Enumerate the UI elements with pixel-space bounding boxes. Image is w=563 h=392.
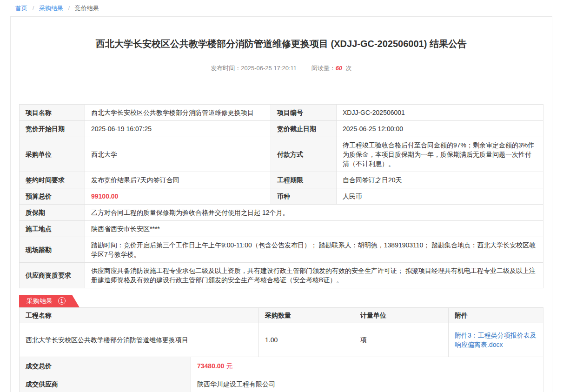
info-label: 质保期 bbox=[20, 205, 85, 221]
info-value: 踏勘时间：竞价开启后第三个工作日上午上午9:00-11:00（包含公告发布日）；… bbox=[85, 237, 543, 263]
info-value: 陕西省西安市长安区**** bbox=[85, 221, 543, 237]
info-label: 预算总价 bbox=[20, 188, 85, 205]
result-quantity: 1.00 bbox=[259, 323, 354, 357]
view-count-number: 60 bbox=[336, 65, 342, 72]
breadcrumb-separator: / bbox=[33, 5, 34, 12]
info-value: 西北大学长安校区公共教学楼部分消防管道维修更换项目 bbox=[85, 105, 271, 121]
info-table-row: 采购单位西北大学付款方式待工程竣工验收合格后付至合同金额的97%；剩余审定金额的… bbox=[20, 137, 543, 172]
info-label: 竞价截止日期 bbox=[271, 121, 337, 137]
info-value: 发布竞价结果后7天内签订合同 bbox=[85, 172, 271, 188]
procurement-result-badge: 采购结果 1 bbox=[19, 295, 79, 307]
deal-summary-table: 成交总价73480.00元成交供应商陕西华川建设工程有限公司 bbox=[19, 357, 543, 392]
info-value: 自合同签订之日20天 bbox=[337, 172, 543, 188]
result-table-body: 西北大学长安校区公共教学楼部分消防管道维修更换项目1.00项附件3：工程类分项报… bbox=[20, 323, 543, 357]
info-label: 付款方式 bbox=[271, 137, 337, 172]
info-label: 工程期限 bbox=[271, 172, 337, 188]
breadcrumb-home-link[interactable]: 首页 bbox=[15, 5, 27, 12]
info-table-row: 预算总价99100.00币种人民币 bbox=[20, 188, 543, 205]
info-table-row: 现场踏勘踏勘时间：竞价开启后第三个工作日上午上午9:00-11:00（包含公告发… bbox=[20, 237, 543, 263]
badge-count-icon: 1 bbox=[58, 297, 66, 305]
info-label: 供应商资质要求 bbox=[20, 263, 85, 288]
info-label: 签约时间要求 bbox=[20, 172, 85, 188]
view-count: 阅读量：60 次 bbox=[311, 65, 352, 72]
info-table-body: 项目名称西北大学长安校区公共教学楼部分消防管道维修更换项目项目编号XDJJ-GC… bbox=[20, 105, 543, 288]
info-value: 供应商应具备消防设施工程专业承包二级及以上资质，具有建设行政主管部门颁发的有效的… bbox=[85, 263, 543, 288]
result-column-header: 计量单位 bbox=[354, 308, 449, 323]
badge-label: 采购结果 bbox=[26, 295, 53, 307]
result-header-row: 工程名称采购数量计量单位附件 bbox=[20, 308, 543, 323]
info-value: 乙方对合同工程的质量保修期为验收合格并交付使用之日起 12个月。 bbox=[85, 205, 543, 221]
info-table-row: 签约时间要求发布竞价结果后7天内签订合同工程期限自合同签订之日20天 bbox=[20, 172, 543, 188]
result-unit: 项 bbox=[354, 323, 449, 357]
info-label: 施工地点 bbox=[20, 221, 85, 237]
info-label: 现场踏勘 bbox=[20, 237, 85, 263]
breadcrumb-procurement-results-link[interactable]: 采购结果 bbox=[39, 5, 63, 12]
info-label: 项目编号 bbox=[271, 105, 337, 121]
result-column-header: 工程名称 bbox=[20, 308, 259, 323]
info-table-row: 质保期乙方对合同工程的质量保修期为验收合格并交付使用之日起 12个月。 bbox=[20, 205, 543, 221]
summary-value: 73480.00元 bbox=[191, 357, 543, 375]
info-label: 币种 bbox=[271, 188, 337, 205]
publish-meta: 发布时间：2025-06-25 17:20:11 阅读量：60 次 bbox=[19, 64, 543, 73]
info-table-row: 项目名称西北大学长安校区公共教学楼部分消防管道维修更换项目项目编号XDJJ-GC… bbox=[20, 105, 543, 121]
summary-label: 成交总价 bbox=[20, 357, 191, 375]
info-value: 人民币 bbox=[337, 188, 543, 205]
breadcrumb-separator: / bbox=[68, 5, 70, 12]
info-label: 采购单位 bbox=[20, 137, 85, 172]
result-column-header: 采购数量 bbox=[259, 308, 354, 323]
info-value: 99100.00 bbox=[85, 188, 271, 205]
breadcrumb-current: 竞价结果 bbox=[75, 5, 99, 12]
publish-time: 发布时间：2025-06-25 17:20:11 bbox=[211, 65, 297, 72]
summary-row: 成交总价73480.00元 bbox=[20, 357, 543, 375]
info-value: XDJJ-GC-202506001 bbox=[337, 105, 543, 121]
summary-value: 陕西华川建设工程有限公司 bbox=[191, 375, 543, 392]
result-column-header: 附件 bbox=[449, 308, 543, 323]
summary-row: 成交供应商陕西华川建设工程有限公司 bbox=[20, 375, 543, 392]
page-title: 西北大学长安校区公共教学楼部分消防管道维修更换项目 (XDJJ-GC-20250… bbox=[19, 38, 543, 50]
result-table-row: 西北大学长安校区公共教学楼部分消防管道维修更换项目1.00项附件3：工程类分项报… bbox=[20, 323, 543, 357]
info-table-row: 施工地点陕西省西安市长安区**** bbox=[20, 221, 543, 237]
breadcrumb: 首页 / 采购结果 / 竞价结果 bbox=[0, 0, 563, 16]
info-value: 西北大学 bbox=[85, 137, 271, 172]
announcement-card: 西北大学长安校区公共教学楼部分消防管道维修更换项目 (XDJJ-GC-20250… bbox=[10, 16, 552, 392]
summary-label: 成交供应商 bbox=[20, 375, 191, 392]
info-label: 竞价开始日期 bbox=[20, 121, 85, 137]
info-value: 2025-06-25 12:00:00 bbox=[337, 121, 543, 137]
result-project-name: 西北大学长安校区公共教学楼部分消防管道维修更换项目 bbox=[20, 323, 259, 357]
info-table-row: 供应商资质要求供应商应具备消防设施工程专业承包二级及以上资质，具有建设行政主管部… bbox=[20, 263, 543, 288]
info-label: 项目名称 bbox=[20, 105, 85, 121]
info-value: 待工程竣工验收合格后付至合同金额的97%；剩余审定金额的3%作为质保金，本项目质… bbox=[337, 137, 543, 172]
attachment-link[interactable]: 附件3：工程类分项报价表及响应偏离表.docx bbox=[455, 332, 537, 348]
procurement-result-table: 工程名称采购数量计量单位附件 西北大学长安校区公共教学楼部分消防管道维修更换项目… bbox=[19, 307, 543, 357]
summary-table-body: 成交总价73480.00元成交供应商陕西华川建设工程有限公司 bbox=[20, 357, 543, 392]
project-info-table: 项目名称西北大学长安校区公共教学楼部分消防管道维修更换项目项目编号XDJJ-GC… bbox=[19, 104, 543, 288]
result-attachment-cell: 附件3：工程类分项报价表及响应偏离表.docx bbox=[449, 323, 543, 357]
info-value: 2025-06-19 16:07:25 bbox=[85, 121, 271, 137]
info-table-row: 竞价开始日期2025-06-19 16:07:25竞价截止日期2025-06-2… bbox=[20, 121, 543, 137]
